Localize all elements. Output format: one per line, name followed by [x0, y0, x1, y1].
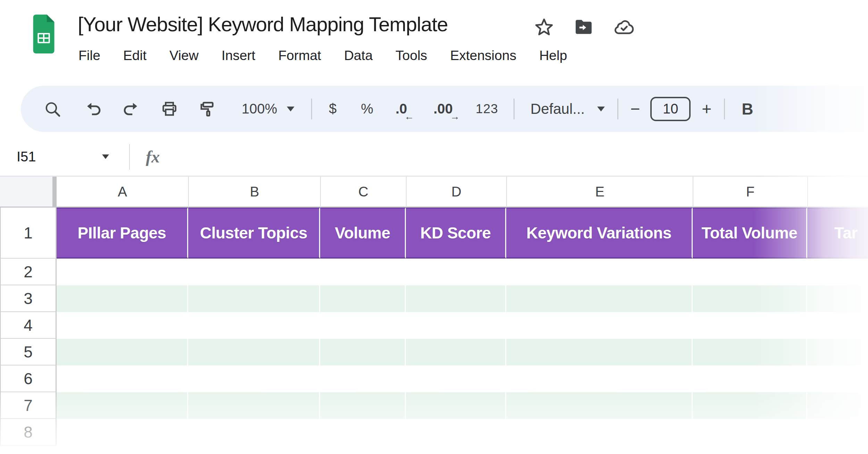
column-header-d[interactable]: D [406, 177, 506, 208]
cell[interactable] [320, 259, 406, 285]
menu-item-insert[interactable]: Insert [222, 48, 256, 63]
cell[interactable] [506, 419, 693, 446]
paint-format-icon[interactable] [199, 100, 216, 118]
bold-button[interactable]: B [742, 100, 753, 118]
cell[interactable] [406, 365, 506, 392]
menu-item-help[interactable]: Help [539, 48, 567, 63]
cell[interactable] [188, 419, 320, 446]
cell[interactable] [320, 419, 406, 446]
column-header-e[interactable]: E [506, 177, 693, 208]
redo-icon[interactable] [122, 100, 140, 118]
chevron-down-icon[interactable] [102, 154, 109, 159]
cell[interactable] [807, 419, 868, 446]
cell[interactable] [57, 259, 188, 285]
star-icon[interactable] [534, 17, 554, 37]
cell[interactable] [506, 285, 693, 312]
cell[interactable] [320, 312, 406, 339]
column-header-b[interactable]: B [188, 177, 320, 208]
menu-item-view[interactable]: View [169, 48, 199, 63]
percent-format-button[interactable]: % [361, 101, 374, 117]
cell[interactable] [57, 339, 188, 365]
cell[interactable] [693, 392, 807, 419]
header-cell-cluster-topics[interactable]: Cluster Topics [188, 208, 320, 259]
cell[interactable] [406, 259, 506, 285]
menu-item-edit[interactable]: Edit [123, 48, 147, 63]
cell[interactable] [807, 259, 868, 285]
cell[interactable] [57, 365, 188, 392]
column-header-a[interactable]: A [57, 177, 188, 208]
cell[interactable] [506, 365, 693, 392]
move-to-folder-icon[interactable] [574, 17, 594, 37]
menu-item-file[interactable]: File [78, 48, 100, 63]
cell[interactable] [406, 285, 506, 312]
cell[interactable] [807, 339, 868, 365]
more-formats-button[interactable]: 123 [476, 102, 498, 116]
header-cell-target[interactable]: Tar [807, 208, 868, 259]
cell[interactable] [693, 285, 807, 312]
cell[interactable] [188, 365, 320, 392]
cell[interactable] [506, 392, 693, 419]
row-header-1[interactable]: 1 [0, 208, 57, 259]
menu-item-format[interactable]: Format [278, 48, 321, 63]
font-family-select[interactable]: Defaul... [531, 101, 605, 117]
cell[interactable] [807, 392, 868, 419]
cell[interactable] [188, 339, 320, 365]
sheets-logo-icon[interactable] [29, 15, 59, 53]
cell[interactable] [320, 365, 406, 392]
cell[interactable] [320, 392, 406, 419]
row-header-8[interactable]: 8 [0, 419, 57, 446]
cell[interactable] [506, 339, 693, 365]
cell[interactable] [693, 312, 807, 339]
cell[interactable] [693, 259, 807, 285]
row-header-4[interactable]: 4 [0, 312, 57, 339]
cloud-saved-icon[interactable] [613, 17, 634, 37]
column-header-g[interactable] [807, 177, 868, 208]
undo-icon[interactable] [85, 100, 102, 118]
decrease-decimal-button[interactable]: .0 ← [395, 101, 407, 117]
cell[interactable] [188, 285, 320, 312]
cell[interactable] [57, 312, 188, 339]
select-all-corner[interactable] [0, 177, 57, 208]
cell[interactable] [406, 392, 506, 419]
menu-item-data[interactable]: Data [344, 48, 373, 63]
cell[interactable] [406, 419, 506, 446]
cell[interactable] [693, 339, 807, 365]
cell[interactable] [188, 392, 320, 419]
cell[interactable] [693, 365, 807, 392]
cell[interactable] [320, 285, 406, 312]
header-cell-pillar-pages[interactable]: PIllar Pages [57, 208, 188, 259]
cell[interactable] [807, 285, 868, 312]
cell[interactable] [807, 365, 868, 392]
menu-item-tools[interactable]: Tools [395, 48, 427, 63]
cell[interactable] [506, 259, 693, 285]
row-header-6[interactable]: 6 [0, 365, 57, 392]
print-icon[interactable] [160, 100, 178, 118]
row-header-2[interactable]: 2 [0, 259, 57, 285]
cell[interactable] [57, 285, 188, 312]
document-title[interactable]: [Your Website] Keyword Mapping Template [78, 12, 448, 36]
cell[interactable] [188, 259, 320, 285]
search-icon[interactable] [44, 100, 61, 118]
header-cell-volume[interactable]: Volume [320, 208, 406, 259]
row-header-7[interactable]: 7 [0, 392, 57, 419]
cell[interactable] [57, 392, 188, 419]
cell[interactable] [57, 419, 188, 446]
row-header-3[interactable]: 3 [0, 285, 57, 312]
font-size-input[interactable]: 10 [650, 97, 691, 121]
cell[interactable] [188, 312, 320, 339]
increase-font-size-button[interactable]: + [702, 99, 711, 118]
column-header-c[interactable]: C [320, 177, 406, 208]
header-cell-keyword-variations[interactable]: Keyword Variations [506, 208, 693, 259]
currency-format-button[interactable]: $ [329, 101, 336, 117]
cell[interactable] [406, 312, 506, 339]
cell[interactable] [506, 312, 693, 339]
cell[interactable] [693, 419, 807, 446]
menu-item-extensions[interactable]: Extensions [450, 48, 516, 63]
increase-decimal-button[interactable]: .00 → [434, 101, 453, 117]
header-cell-kd-score[interactable]: KD Score [406, 208, 506, 259]
cell[interactable] [406, 339, 506, 365]
header-cell-total-volume[interactable]: Total Volume [693, 208, 807, 259]
row-header-5[interactable]: 5 [0, 339, 57, 365]
column-header-f[interactable]: F [693, 177, 807, 208]
name-box[interactable]: I51 [17, 149, 100, 165]
